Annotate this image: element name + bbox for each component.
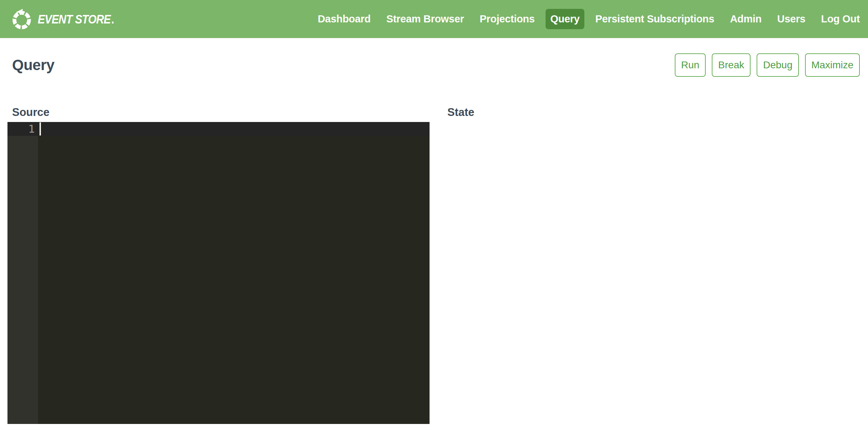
nav-item-dashboard[interactable]: Dashboard <box>318 13 371 25</box>
nav-menu: Dashboard Stream Browser Projections Que… <box>302 9 860 29</box>
nav-item-users[interactable]: Users <box>777 13 805 25</box>
editor-line-number-gutter <box>7 122 38 424</box>
main-content: Query Run Break Debug Maximize Source 1 … <box>0 53 868 424</box>
nav-item-query[interactable]: Query <box>546 9 584 29</box>
nav-item-log-out[interactable]: Log Out <box>821 13 860 25</box>
line-number: 1 <box>7 122 35 136</box>
query-source-editor[interactable]: 1 <box>7 122 430 424</box>
eventstore-logo-icon <box>11 8 33 30</box>
state-content <box>443 122 860 136</box>
nav-item-projections[interactable]: Projections <box>480 13 535 25</box>
text-cursor <box>40 122 41 136</box>
break-button[interactable]: Break <box>712 53 751 77</box>
page-title: Query <box>12 57 54 74</box>
state-panel: State <box>443 107 860 424</box>
query-toolbar: Run Break Debug Maximize <box>675 53 860 77</box>
source-label: Source <box>12 107 430 118</box>
maximize-button[interactable]: Maximize <box>805 53 860 77</box>
editor-active-line[interactable]: 1 <box>7 122 430 136</box>
top-navbar: EVENT STORE . Dashboard Stream Browser P… <box>0 0 868 38</box>
brand-link[interactable]: EVENT STORE . <box>11 8 126 30</box>
state-label: State <box>447 107 860 118</box>
brand-name: EVENT STORE <box>38 12 111 26</box>
panels-row: Source 1 State <box>7 107 860 424</box>
brand-trademark-dot: . <box>111 12 114 26</box>
run-button[interactable]: Run <box>675 53 706 77</box>
debug-button[interactable]: Debug <box>757 53 799 77</box>
nav-item-admin[interactable]: Admin <box>730 13 762 25</box>
nav-item-stream-browser[interactable]: Stream Browser <box>386 13 464 25</box>
nav-item-persistent-subscriptions[interactable]: Persistent Subscriptions <box>595 13 714 25</box>
source-panel: Source 1 <box>7 107 430 424</box>
page-header: Query Run Break Debug Maximize <box>12 53 860 77</box>
